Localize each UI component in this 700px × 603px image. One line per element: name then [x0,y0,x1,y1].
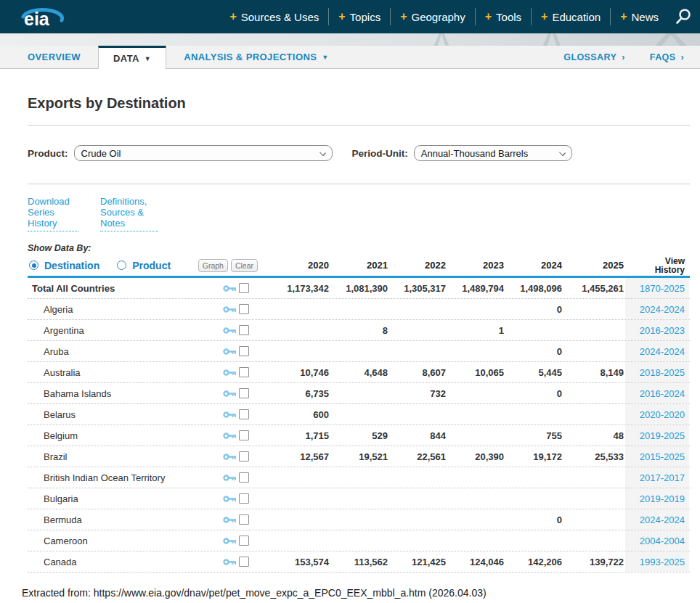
year-value: 529 [330,430,389,441]
series-checkbox[interactable] [239,388,249,398]
page-title: Exports by Destination [28,95,690,112]
series-key-cell[interactable] [220,411,239,419]
clear-button[interactable]: Clear [231,259,258,272]
nav-item-label: Education [552,11,601,23]
year-value: 8 [330,325,389,336]
definitions-sources-notes-link[interactable]: Definitions, Sources & Notes [100,196,158,231]
checkbox-cell [239,472,261,483]
plus-icon: + [400,10,407,23]
history-link[interactable]: 2016-2023 [640,325,685,336]
nav-item-topics[interactable]: + Topics [329,0,390,33]
key-icon [223,348,237,356]
nav-item-tools[interactable]: + Tools [476,0,531,33]
tab-overview[interactable]: OVERVIEW [10,46,98,68]
series-checkbox[interactable] [239,304,249,314]
history-link[interactable]: 2020-2020 [640,409,685,420]
row-label: Bulgaria [28,493,220,504]
history-link[interactable]: 2015-2025 [640,451,685,462]
series-key-cell[interactable] [220,327,239,335]
series-checkbox[interactable] [239,514,249,525]
series-key-cell[interactable] [220,369,239,377]
series-key-cell[interactable] [220,432,239,440]
column-header-2024: 2024 [505,260,563,271]
series-key-cell[interactable] [220,516,239,524]
series-key-cell[interactable] [220,495,239,503]
show-data-by-options: Destination Product [28,260,209,271]
series-checkbox[interactable] [239,451,249,462]
series-key-cell[interactable] [220,284,239,292]
table-row: Belarus 600 2020-2020 [28,404,690,425]
nav-item-sources-uses[interactable]: + Sources & Uses [220,0,328,33]
history-link[interactable]: 2024-2024 [640,346,685,357]
nav-item-education[interactable]: + Education [532,0,610,33]
graph-button[interactable]: Graph [198,259,228,272]
period-unit-label: Period-Unit: [352,148,408,159]
download-series-history-link[interactable]: Download Series History [28,196,78,231]
history-link[interactable]: 2018-2025 [640,367,685,378]
view-history-cell: 1870-2025 [625,278,689,298]
series-checkbox[interactable] [239,536,249,546]
year-value: 1,455,261 [563,283,625,294]
nav-item-news[interactable]: + News [611,0,668,33]
year-value: 1,489,794 [447,283,505,294]
history-link[interactable]: 1993-2025 [640,557,685,567]
year-value: 10,746 [261,367,330,378]
series-checkbox[interactable] [239,430,249,440]
series-key-cell[interactable] [220,453,239,461]
radio-destination[interactable]: Destination [29,260,99,271]
column-header-2022: 2022 [389,260,447,271]
view-history-cell: 2020-2020 [625,404,689,424]
series-key-cell[interactable] [220,474,239,482]
history-link[interactable]: 2019-2025 [640,430,685,441]
radio-product[interactable]: Product [117,260,171,271]
history-link[interactable]: 2017-2017 [640,472,685,483]
glossary-label: GLOSSARY [563,52,616,62]
row-label: British Indian Ocean Territory [28,472,220,483]
history-link[interactable]: 2004-2004 [640,536,685,546]
view-history-cell: 1993-2025 [625,551,689,572]
view-history-cell: 2016-2023 [625,320,689,340]
chevron-right-icon: › [622,52,625,62]
key-icon [223,453,237,461]
series-checkbox[interactable] [239,409,249,419]
table-row: Australia 10,746 4,648 8,607 10,065 5,44… [28,362,690,383]
search-button[interactable] [668,0,700,33]
history-link[interactable]: 2024-2024 [640,514,685,525]
series-checkbox[interactable] [239,325,249,335]
glossary-link[interactable]: GLOSSARY› [563,52,624,62]
year-value: 139,722 [563,557,625,567]
series-checkbox[interactable] [239,557,249,567]
series-key-cell[interactable] [220,537,239,545]
series-key-cell[interactable] [220,348,239,356]
series-checkbox[interactable] [239,493,249,504]
series-checkbox[interactable] [239,367,249,377]
series-checkbox[interactable] [239,346,249,356]
series-key-cell[interactable] [220,305,239,313]
tab-analysis-projections[interactable]: ANALYSIS & PROJECTIONS ▼ [166,46,346,68]
nav-item-geography[interactable]: + Geography [391,0,475,33]
year-value: 124,046 [447,557,505,567]
year-value: 0 [505,304,563,315]
history-link[interactable]: 2024-2024 [640,304,685,315]
period-unit-select[interactable]: Annual-Thousand Barrels [414,145,572,161]
tab-data[interactable]: DATA ▼ [98,46,166,69]
row-label: Total All Countries [28,283,220,294]
checkbox-cell [239,451,261,462]
checkbox-cell [239,557,261,567]
history-link[interactable]: 1870-2025 [640,283,685,294]
tab-bar: OVERVIEW DATA ▼ ANALYSIS & PROJECTIONS ▼… [0,46,700,69]
key-icon [223,327,237,335]
main-content: Exports by Destination Product: Crude Oi… [0,95,700,573]
year-value: 25,533 [563,451,625,462]
year-value: 1,173,342 [261,283,330,294]
series-checkbox[interactable] [239,472,249,483]
series-key-cell[interactable] [220,558,239,566]
faqs-link[interactable]: FAQS› [650,52,684,62]
history-link[interactable]: 2016-2024 [640,388,685,399]
series-key-cell[interactable] [220,390,239,398]
history-link[interactable]: 2019-2019 [640,493,685,504]
eia-logo[interactable]: eia [19,1,70,33]
year-value: 1,305,317 [389,283,447,294]
product-select[interactable]: Crude Oil [74,145,333,161]
series-checkbox[interactable] [239,283,249,293]
